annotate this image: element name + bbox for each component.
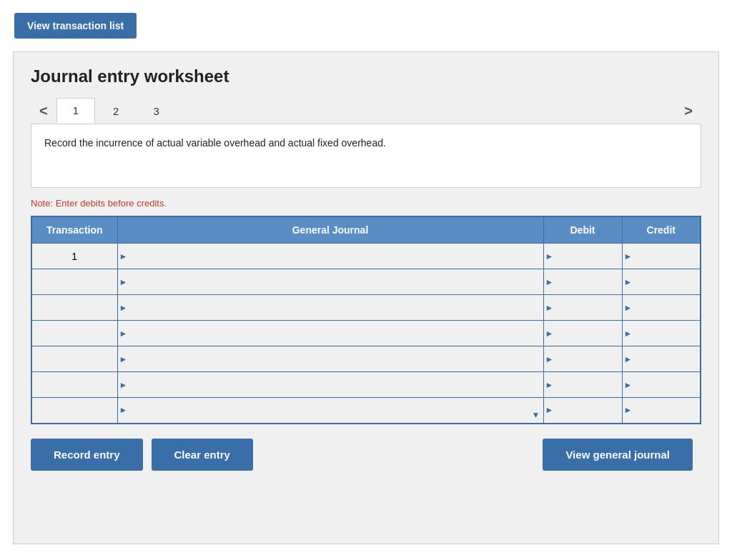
general-journal-input-1[interactable] (118, 244, 543, 269)
general-journal-cell-6[interactable]: ► (117, 372, 543, 398)
debit-input-3[interactable] (544, 295, 622, 320)
header-transaction: Transaction (31, 216, 117, 244)
transaction-cell-5 (31, 346, 117, 372)
credit-cell-5[interactable]: ► (622, 346, 701, 372)
credit-cell-4[interactable]: ► (622, 321, 701, 346)
debit-input-4[interactable] (544, 321, 622, 346)
general-journal-input-5[interactable] (118, 346, 543, 371)
transaction-cell-1: 1 (31, 244, 117, 269)
general-journal-input-4[interactable] (118, 321, 543, 346)
debit-input-1[interactable] (544, 244, 622, 269)
transaction-cell-4 (31, 321, 117, 346)
transaction-cell-2 (31, 269, 117, 295)
debit-cell-2[interactable]: ► (543, 269, 622, 295)
credit-input-7[interactable] (623, 398, 701, 423)
header-credit: Credit (622, 216, 701, 244)
instruction-text: Record the incurrence of actual variable… (44, 137, 386, 149)
credit-input-2[interactable] (623, 269, 701, 294)
debit-input-7[interactable] (544, 398, 622, 423)
top-bar: View transaction list (0, 0, 732, 51)
table-row: ► ► ► (31, 321, 701, 346)
buttons-row: Record entry Clear entry View general jo… (31, 439, 701, 471)
header-debit: Debit (543, 216, 622, 244)
credit-input-3[interactable] (623, 295, 701, 320)
record-entry-button[interactable]: Record entry (31, 439, 143, 471)
tab-2[interactable]: 2 (97, 99, 135, 124)
transaction-cell-6 (31, 372, 117, 398)
debit-cell-1[interactable]: ► (543, 244, 622, 269)
clear-entry-button[interactable]: Clear entry (152, 439, 253, 471)
general-journal-cell-2[interactable]: ► (117, 269, 543, 295)
transaction-cell-7 (31, 398, 117, 424)
table-row: 1 ► ► ► (31, 244, 701, 269)
debit-cell-4[interactable]: ► (543, 321, 622, 346)
table-row: ► ► ► (31, 346, 701, 372)
general-journal-cell-7[interactable]: ► ▼ (117, 398, 543, 424)
instruction-box: Record the incurrence of actual variable… (31, 124, 701, 188)
table-row: ► ▼ ► ► (31, 398, 701, 424)
view-general-journal-button[interactable]: View general journal (543, 439, 693, 471)
general-journal-cell-5[interactable]: ► (117, 346, 543, 372)
credit-input-5[interactable] (623, 346, 701, 371)
general-journal-cell-1[interactable]: ► (117, 244, 543, 269)
debit-cell-7[interactable]: ► (543, 398, 622, 424)
credit-input-1[interactable] (623, 244, 701, 269)
debit-input-5[interactable] (544, 346, 622, 371)
debit-input-2[interactable] (544, 269, 622, 294)
credit-cell-3[interactable]: ► (622, 295, 701, 321)
journal-table: Transaction General Journal Debit Credit… (31, 216, 701, 424)
general-journal-input-2[interactable] (118, 269, 543, 294)
credit-cell-6[interactable]: ► (622, 372, 701, 398)
credit-cell-7[interactable]: ► (622, 398, 701, 424)
credit-cell-1[interactable]: ► (622, 244, 701, 269)
note-text: Note: Enter debits before credits. (31, 198, 701, 209)
table-row: ► ► ► (31, 269, 701, 295)
general-journal-input-6[interactable] (118, 372, 543, 397)
table-row: ► ► ► (31, 372, 701, 398)
debit-cell-3[interactable]: ► (543, 295, 622, 321)
credit-cell-2[interactable]: ► (622, 269, 701, 295)
next-tab-arrow[interactable]: > (676, 99, 701, 124)
credit-input-4[interactable] (623, 321, 701, 346)
general-journal-input-7[interactable] (118, 398, 543, 423)
worksheet-title: Journal entry worksheet (31, 66, 701, 86)
header-general-journal: General Journal (117, 216, 543, 244)
general-journal-input-3[interactable] (118, 295, 543, 320)
debit-cell-6[interactable]: ► (543, 372, 622, 398)
general-journal-cell-4[interactable]: ► (117, 321, 543, 346)
tab-3[interactable]: 3 (137, 99, 175, 124)
prev-tab-arrow[interactable]: < (31, 99, 56, 124)
tab-1[interactable]: 1 (56, 98, 95, 124)
view-transaction-button[interactable]: View transaction list (14, 13, 137, 39)
transaction-cell-3 (31, 295, 117, 321)
credit-input-6[interactable] (623, 372, 701, 397)
tabs-navigation: < 1 2 3 > (31, 98, 701, 124)
table-row: ► ► ► (31, 295, 701, 321)
general-journal-cell-3[interactable]: ► (117, 295, 543, 321)
debit-cell-5[interactable]: ► (543, 346, 622, 372)
debit-input-6[interactable] (544, 372, 622, 397)
main-container: Journal entry worksheet < 1 2 3 > Record… (13, 51, 719, 544)
